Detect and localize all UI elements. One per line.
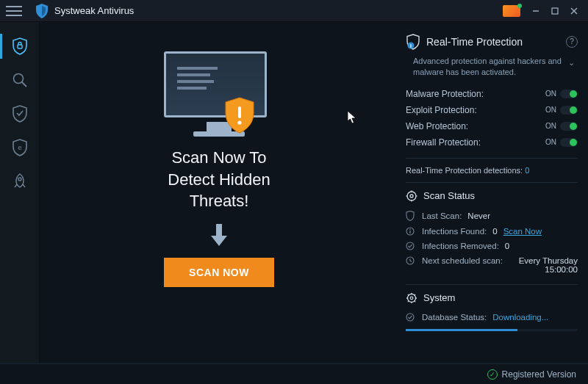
cta-line: Threats! (168, 190, 270, 212)
gear-icon (406, 190, 417, 202)
realtime-blurb: Advanced protection against hackers and … (406, 56, 578, 79)
realtime-header: i Real-Time Protection ? (406, 34, 578, 50)
menu-hamburger-icon[interactable] (6, 0, 22, 22)
chevron-down-icon[interactable]: ⌄ (568, 57, 575, 68)
svg-point-35 (406, 314, 414, 321)
shield-check-icon (12, 105, 28, 123)
svg-text:e: e (18, 144, 21, 151)
protection-row-firewall: Firewall Protection: ON (406, 134, 578, 151)
sidebar: e (0, 22, 40, 363)
minimize-button[interactable] (528, 3, 544, 19)
protection-row-malware: Malware Protection: ON (406, 86, 578, 102)
toggle-state: ON (545, 138, 556, 146)
protection-label: Firewall Protection: (406, 137, 481, 148)
warning-shield-icon (223, 97, 256, 134)
infections-removed-value: 0 (505, 242, 509, 250)
scan-status-header: Scan Status (406, 190, 578, 202)
infections-found-row: Infections Found: 0 Scan Now (406, 224, 578, 239)
cta-line: Detect Hidden (168, 169, 270, 191)
toggle-state: ON (545, 90, 556, 98)
right-panel: i Real-Time Protection ? Advanced protec… (398, 22, 588, 363)
detections-line: Real-Time Protection detections: 0 (406, 166, 578, 175)
toggle-firewall[interactable] (560, 138, 578, 147)
toggle-state: ON (545, 106, 556, 114)
svg-point-15 (410, 195, 413, 198)
system-header: System (406, 292, 578, 304)
app-logo-icon (35, 4, 49, 18)
sidebar-item-privacy[interactable]: e (0, 131, 39, 164)
svg-line-31 (408, 294, 409, 295)
svg-line-34 (408, 300, 409, 301)
svg-line-32 (415, 300, 415, 301)
svg-point-5 (13, 74, 23, 84)
scan-now-link[interactable]: Scan Now (503, 227, 542, 236)
help-icon[interactable]: ? (566, 36, 578, 48)
svg-rect-11 (216, 224, 222, 236)
center-pane: Scan Now To Detect Hidden Threats! SCAN … (40, 22, 398, 363)
registered-label: Registered Version (502, 369, 576, 380)
protection-row-exploit: Exploit Protection: ON (406, 102, 578, 118)
svg-text:i: i (410, 43, 412, 48)
shield-info-icon: i (406, 34, 420, 50)
sidebar-item-optimize[interactable] (0, 164, 39, 198)
clock-icon (406, 256, 416, 265)
svg-point-22 (409, 228, 411, 230)
shield-small-icon (406, 211, 416, 221)
arrow-down-icon (208, 222, 230, 247)
rocket-icon (12, 173, 28, 190)
toggle-exploit[interactable] (560, 106, 578, 115)
check-circle-icon (406, 313, 416, 322)
realtime-title: Real-Time Protection (426, 36, 523, 48)
svg-rect-9 (238, 106, 241, 118)
app-title: Systweak Antivirus (54, 5, 134, 16)
sidebar-item-home[interactable] (0, 29, 39, 63)
infections-removed-row: Infections Removed: 0 (406, 239, 578, 253)
database-status-row: Database Status: Downloading... (406, 310, 578, 325)
protection-row-web: Web Protection: ON (406, 118, 578, 134)
system-gear-icon (406, 292, 417, 304)
upgrade-badge-icon[interactable] (503, 5, 520, 17)
search-icon (12, 72, 28, 88)
scan-now-button[interactable]: SCAN NOW (164, 258, 274, 287)
check-circle-icon (406, 242, 416, 250)
protection-label: Web Protection: (406, 121, 468, 131)
close-button[interactable] (566, 3, 582, 19)
svg-rect-1 (552, 8, 558, 14)
protection-label: Malware Protection: (406, 89, 484, 99)
svg-point-14 (407, 192, 416, 200)
cta-headline: Scan Now To Detect Hidden Threats! (168, 147, 270, 212)
next-scan-row: Next scheduled scan: Every Thursday 15:0… (406, 253, 578, 277)
svg-point-8 (18, 178, 21, 181)
svg-point-26 (410, 297, 413, 300)
titlebar: Systweak Antivirus (0, 0, 588, 22)
svg-line-6 (22, 82, 26, 87)
svg-point-10 (237, 120, 241, 124)
last-scan-row: Last Scan: Never (406, 208, 578, 224)
system-title: System (423, 292, 455, 303)
info-icon (406, 227, 416, 236)
scan-status-title: Scan Status (423, 190, 475, 201)
footer: ✓ Registered Version (0, 363, 588, 384)
download-progress (406, 329, 578, 331)
sidebar-item-scan[interactable] (0, 63, 39, 97)
svg-point-23 (406, 242, 414, 250)
svg-line-33 (415, 294, 415, 295)
next-scan-value: Every Thursday 15:00:00 (509, 256, 578, 274)
check-icon: ✓ (487, 369, 498, 380)
detections-count: 0 (525, 166, 529, 175)
database-status-value: Downloading... (492, 313, 548, 322)
svg-rect-4 (18, 45, 22, 48)
toggle-state: ON (545, 122, 556, 130)
shield-lock-icon (12, 37, 28, 55)
maximize-button[interactable] (547, 3, 563, 19)
toggle-web[interactable] (560, 122, 578, 131)
cta-line: Scan Now To (168, 147, 270, 169)
shield-e-icon: e (12, 139, 28, 156)
monitor-illustration (164, 51, 274, 132)
toggle-malware[interactable] (560, 90, 578, 98)
infections-found-value: 0 (492, 227, 497, 236)
protection-label: Exploit Protection: (406, 105, 477, 115)
sidebar-item-protection[interactable] (0, 97, 39, 131)
last-scan-value: Never (467, 211, 490, 220)
